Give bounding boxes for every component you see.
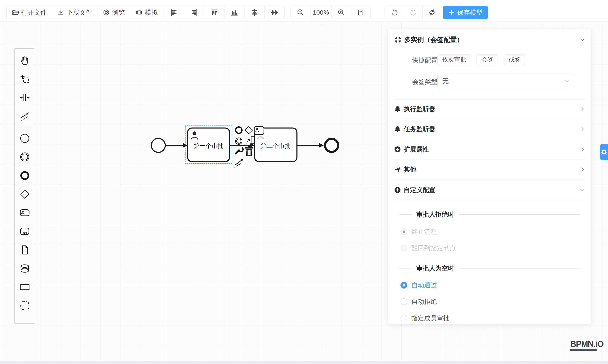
undo-button[interactable] — [385, 6, 404, 19]
save-model-button[interactable]: 保存模型 — [443, 6, 488, 19]
download-icon — [57, 9, 65, 16]
download-file-button[interactable]: 下载文件 — [52, 6, 97, 19]
data-store-icon — [19, 263, 30, 274]
end-event-icon — [19, 170, 30, 181]
sign-type-select[interactable]: 无 — [437, 74, 574, 88]
gear-icon — [600, 148, 608, 156]
redo-button[interactable] — [404, 6, 423, 19]
create-user-task[interactable] — [16, 203, 34, 222]
lasso-tool[interactable] — [16, 70, 34, 88]
divider — [394, 99, 586, 100]
zoom-in-button[interactable] — [331, 6, 351, 19]
section-extended-properties[interactable]: 扩展属性 — [394, 143, 585, 156]
radio-dot — [400, 245, 407, 251]
section-other[interactable]: 其他 — [394, 163, 585, 176]
reject-group-title: 审批人拒绝时 — [399, 210, 580, 219]
chevron-right-icon — [580, 126, 585, 132]
quick-config-label: 快捷配置 — [394, 56, 437, 65]
save-model-label: 保存模型 — [457, 8, 483, 17]
hand-tool[interactable] — [16, 51, 34, 70]
section-execution-listener[interactable]: 执行监听器 — [394, 102, 585, 116]
logo-underline — [570, 350, 597, 351]
divider — [394, 200, 586, 200]
data-object-icon — [19, 245, 30, 255]
append-user-task-button[interactable] — [254, 127, 264, 135]
plus-circle-icon — [394, 187, 401, 193]
create-participant-pool[interactable] — [16, 278, 34, 296]
simulate-button[interactable]: 模拟 — [130, 6, 163, 19]
section-label: 其他 — [404, 165, 416, 174]
append-text-annotation-button[interactable] — [251, 136, 254, 143]
quick-option-sequential-button[interactable]: 依次审批 — [437, 54, 471, 65]
align-center-horizontal-button[interactable] — [244, 6, 264, 19]
align-bottom-icon — [230, 8, 238, 16]
fit-viewport-button[interactable] — [351, 6, 370, 19]
create-start-event[interactable] — [16, 129, 34, 148]
end-event-shape[interactable] — [325, 139, 338, 152]
section-label: 扩展属性 — [404, 145, 429, 154]
radio-dot — [400, 282, 407, 289]
gateway-icon — [19, 189, 30, 199]
radio-auto-pass[interactable]: 自动通过 — [400, 281, 437, 289]
radio-auto-reject[interactable]: 自动拒绝 — [400, 298, 437, 306]
create-data-store[interactable] — [16, 259, 34, 278]
intermediate-event-icon — [19, 152, 30, 162]
delete-button[interactable] — [245, 145, 253, 156]
radio-label: 终止流程 — [411, 228, 437, 236]
bpmn-io-logo[interactable]: BPMN.iO — [570, 339, 597, 351]
chevron-down-icon — [580, 187, 585, 193]
radio-label: 自动拒绝 — [411, 298, 437, 306]
global-connect-tool[interactable] — [16, 107, 34, 126]
panel-title: 多实例（会签配置） — [404, 35, 463, 44]
user-task-icon — [19, 208, 30, 218]
create-group[interactable] — [16, 296, 34, 315]
radio-dot — [400, 315, 407, 322]
refresh-button[interactable] — [423, 6, 441, 19]
align-top-icon — [210, 8, 218, 16]
align-center-horizontal-icon — [251, 8, 258, 16]
append-end-event-button[interactable] — [236, 127, 242, 133]
zoom-out-button[interactable] — [291, 6, 310, 19]
append-gateway-button[interactable] — [245, 127, 252, 134]
sign-type-value: 无 — [442, 77, 449, 86]
browse-button[interactable]: 浏览 — [97, 6, 130, 19]
group-title-text: 审批人拒绝时 — [416, 210, 454, 219]
quick-option-countersign-button[interactable]: 会签 — [476, 54, 498, 65]
section-custom-config[interactable]: 自定义配置 — [394, 183, 585, 197]
create-intermediate-event[interactable] — [16, 148, 34, 166]
create-subprocess[interactable] — [16, 222, 34, 241]
task2-hidden-user-icon — [258, 137, 264, 139]
multi-instance-header[interactable]: 多实例（会签配置） — [394, 35, 585, 44]
align-button-group — [164, 6, 285, 19]
start-event-shape[interactable] — [151, 138, 165, 152]
settings-tab[interactable] — [600, 144, 608, 160]
horizontal-scrollbar[interactable] — [0, 361, 608, 364]
radio-terminate-process: 终止流程 — [400, 228, 437, 236]
preview-eye-icon — [103, 9, 110, 16]
align-top-button[interactable] — [204, 6, 224, 19]
chevron-right-icon — [580, 147, 585, 152]
wrench-change-type-button[interactable] — [236, 147, 243, 154]
align-bottom-button[interactable] — [224, 6, 244, 19]
divider — [459, 214, 580, 215]
create-end-event[interactable] — [16, 166, 34, 185]
create-gateway[interactable] — [16, 185, 34, 203]
pool-icon — [19, 282, 30, 292]
create-data-object[interactable] — [16, 241, 34, 259]
align-left-icon — [170, 8, 178, 16]
group-icon — [19, 300, 30, 311]
connect-tool-button[interactable] — [235, 159, 243, 168]
radio-assign-member[interactable]: 指定成员审批 — [400, 314, 449, 322]
open-file-button[interactable]: 打开文件 — [7, 6, 52, 19]
quick-option-orsign-button[interactable]: 或签 — [504, 54, 525, 65]
align-left-button[interactable] — [164, 6, 184, 19]
undo-icon — [391, 8, 398, 16]
align-middle-vertical-button[interactable] — [264, 6, 284, 19]
section-task-listener[interactable]: 任务监听器 — [394, 122, 585, 136]
space-tool[interactable] — [16, 88, 34, 107]
append-intermediate-event-button[interactable] — [236, 138, 242, 144]
zoom-level-display[interactable]: 100% — [310, 6, 331, 19]
plus-icon — [449, 9, 455, 16]
align-right-button[interactable] — [184, 6, 204, 19]
radio-return-to-node: 驳回到指定节点 — [400, 244, 456, 252]
